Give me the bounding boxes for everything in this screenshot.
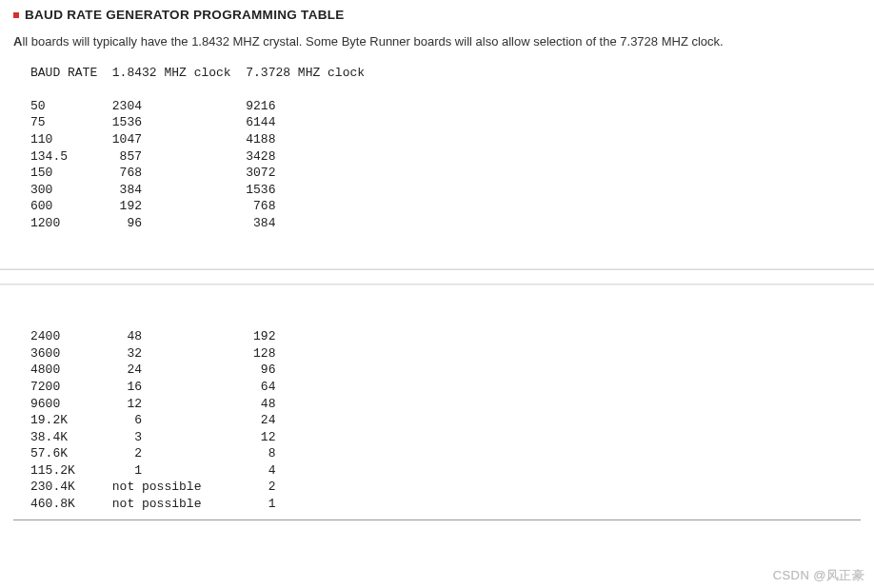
heading-bullet-icon	[13, 12, 19, 18]
baud-table-upper: BAUD RATE 1.8432 MHZ clock 7.3728 MHZ cl…	[13, 65, 861, 231]
intro-paragraph: All boards will typically have the 1.843…	[13, 33, 861, 51]
bottom-rule	[13, 519, 861, 520]
heading-text: BAUD RATE GENERATOR PROGRAMMING TABLE	[25, 8, 345, 22]
page-divider	[0, 269, 874, 284]
intro-rest: ll boards will typically have the 1.8432…	[22, 34, 723, 49]
intro-dropcap: A	[13, 34, 22, 49]
baud-table-lower: 2400 48 192 3600 32 128 4800 24 96 7200 …	[13, 328, 861, 512]
watermark-text: CSDN @风正豪	[773, 567, 864, 584]
section-heading: BAUD RATE GENERATOR PROGRAMMING TABLE	[13, 8, 861, 22]
